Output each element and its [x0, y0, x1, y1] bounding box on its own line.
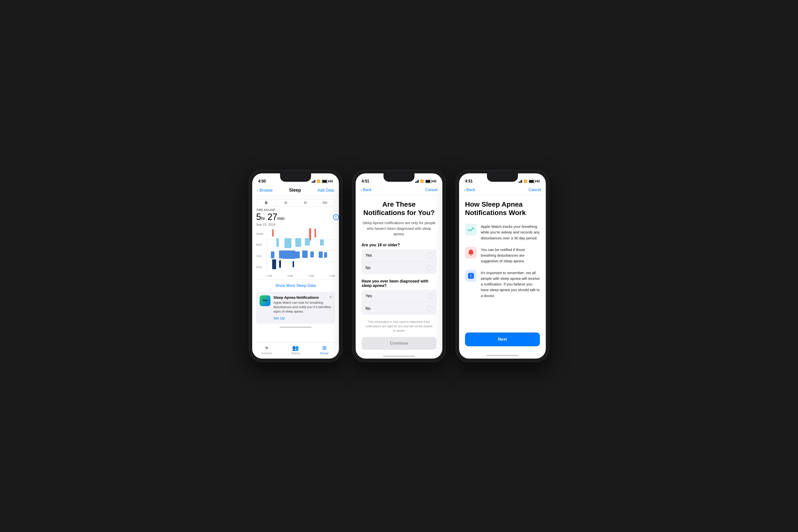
back-label-2: Back — [363, 188, 372, 192]
back-button-3[interactable]: ‹ Back — [464, 188, 475, 192]
back-button-2[interactable]: ‹ Back — [361, 188, 372, 192]
battery-icon-2 — [425, 180, 432, 183]
tab-6m[interactable]: 6M — [315, 199, 335, 206]
browse-label: Browse — [320, 352, 328, 355]
tab-summary[interactable]: ♥ Summary — [252, 345, 281, 355]
feature-item-1: Apple Watch tracks your breathing while … — [459, 224, 546, 241]
show-more-label: Show More Sleep Data — [276, 284, 316, 288]
status-icons-3: 📶 82 — [518, 179, 540, 183]
add-data-button[interactable]: Add Data — [318, 188, 334, 193]
q1-no-radio[interactable] — [427, 265, 433, 271]
feature-item-2: You can be notified if those breathing d… — [459, 247, 546, 264]
q2-yes-radio[interactable] — [427, 293, 433, 299]
status-time-2: 4:51 — [362, 179, 369, 184]
setup-button[interactable]: Set Up — [273, 316, 331, 320]
status-icons-2: 📶 82 — [415, 179, 436, 183]
svg-point-0 — [471, 254, 472, 255]
q1-yes-label: Yes — [365, 253, 372, 258]
page-title-1: Sleep — [289, 188, 301, 193]
feature-text-3: It's important to remember: not all peop… — [481, 270, 540, 299]
tab-sharing[interactable]: 👥 Sharing — [281, 345, 310, 355]
cancel-button-2[interactable]: Cancel — [425, 188, 437, 192]
sleep-minutes: 27 — [267, 212, 277, 222]
signal-icon-2 — [415, 180, 419, 183]
signal-icon-1 — [311, 180, 315, 183]
back-button-1[interactable]: ‹ Browse — [257, 188, 273, 193]
wifi-icon-2: 📶 — [420, 179, 424, 183]
back-label-1: Browse — [259, 188, 272, 193]
awake-label: Awake — [256, 232, 266, 235]
notch-2 — [383, 173, 415, 182]
hour-unit: hr — [261, 216, 265, 221]
min-unit: min — [277, 216, 284, 221]
sharing-label: Sharing — [291, 352, 300, 355]
q1-yes-radio[interactable] — [427, 253, 433, 258]
close-button[interactable]: ✕ — [329, 295, 332, 300]
show-more-sleep-button[interactable]: Show More Sleep Data — [252, 279, 339, 292]
core-label: Core — [256, 255, 266, 258]
time-7am: 7 AM — [329, 274, 335, 277]
period-tabs: D W M 6M — [256, 199, 335, 206]
tab-m[interactable]: M — [296, 199, 315, 206]
q1-no-option[interactable]: No — [362, 262, 436, 274]
browse-icon: ⊞ — [322, 345, 327, 351]
q1-yes-option[interactable]: Yes — [362, 249, 436, 262]
rem-label: REM — [256, 244, 266, 246]
card-content: Sleep Apnea Notifications Apple Watch ca… — [273, 295, 331, 320]
tab-d[interactable]: D — [256, 199, 276, 206]
back-label-3: Back — [466, 188, 475, 192]
card-description: Apple Watch can look for breathing distu… — [273, 301, 331, 314]
continue-button: Continue — [362, 337, 436, 350]
info-button[interactable]: i — [333, 214, 339, 220]
notification-bell-icon — [465, 247, 477, 259]
phone-1: 4:50 📶 82 ‹ Browse Sleep — [249, 170, 342, 362]
battery-label-2: 82 — [433, 179, 436, 183]
sleep-hours: 5 — [256, 212, 261, 222]
deep-label: Deep — [256, 266, 266, 268]
feature-text-1: Apple Watch tracks your breathing while … — [481, 224, 540, 241]
q1-radio-group: Yes No — [362, 249, 436, 274]
sleep-apnea-card: 〜 Sleep Apnea Notifications Apple Watch … — [256, 292, 335, 324]
sleep-duration: 5hr 27min i — [256, 212, 335, 222]
chevron-left-icon-1: ‹ — [257, 188, 258, 193]
sleep-chart-area: Awake REM Core Deep — [252, 228, 339, 277]
nav-bar-3: ‹ Back Cancel — [459, 186, 546, 195]
time-5am: 5 AM — [308, 274, 314, 277]
sleep-stats: TIME ASLEEP 5hr 27min i Sep 15, 2024 — [252, 208, 339, 226]
home-indicator-1 — [280, 327, 311, 328]
q1-no-label: No — [365, 266, 370, 270]
wifi-icon-3: 📶 — [524, 179, 527, 183]
q2-yes-option[interactable]: Yes — [362, 290, 436, 302]
tab-browse[interactable]: ⊞ Browse — [310, 345, 339, 355]
chart-body — [266, 228, 335, 273]
phone-2: 4:51 📶 82 ‹ Back Ca — [352, 170, 446, 362]
wifi-icon-1: 📶 — [317, 179, 320, 183]
notch — [280, 173, 311, 182]
battery-label-3: 82 — [537, 179, 540, 183]
q2-no-option[interactable]: No — [362, 302, 436, 315]
heart-icon: ♥ — [265, 345, 268, 351]
status-time-3: 4:51 — [465, 179, 473, 184]
cancel-button-3[interactable]: Cancel — [529, 188, 541, 192]
sleep-date: Sep 15, 2024 — [256, 223, 335, 226]
signal-icon-3 — [518, 180, 522, 183]
home-indicator-3 — [487, 355, 518, 356]
sleep-apnea-icon: 〜 — [260, 295, 270, 306]
form-content: Are These Notifications for You? Sleep A… — [356, 200, 442, 350]
card-title: Sleep Apnea Notifications — [273, 295, 331, 300]
phone-3: 4:51 📶 82 ‹ Back Ca — [456, 170, 549, 362]
form-title: Are These Notifications for You? — [362, 200, 436, 217]
battery-label-1: 82 — [330, 179, 333, 183]
question-2: Have you ever been diagnosed with sleep … — [362, 279, 436, 288]
feature-text-2: You can be notified if those breathing d… — [481, 247, 540, 264]
battery-icon-1 — [322, 180, 328, 183]
q2-no-radio[interactable] — [427, 306, 433, 311]
tab-w[interactable]: W — [276, 199, 296, 206]
chevron-left-icon-2: ‹ — [361, 188, 362, 192]
next-button[interactable]: Next — [465, 332, 540, 346]
form-subtitle: Sleep Apnea notifications are only for p… — [362, 220, 436, 237]
chevron-left-icon-3: ‹ — [464, 188, 465, 192]
sleep-label: TIME ASLEEP — [256, 208, 335, 211]
how-title: How Sleep Apnea Notifications Work — [465, 200, 540, 217]
time-1am: 1 AM — [266, 274, 272, 277]
